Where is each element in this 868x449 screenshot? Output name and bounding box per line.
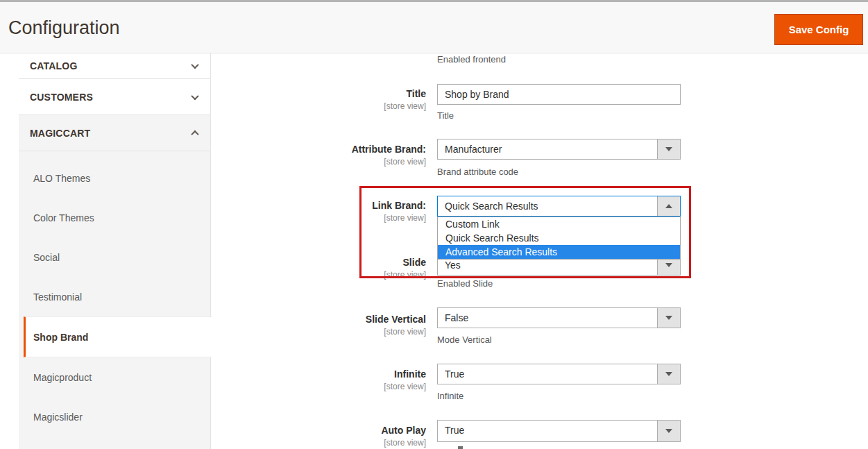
infinite-comment: Infinite	[437, 391, 463, 401]
field-label-text: Title	[298, 88, 426, 100]
field-scope-text: [store view]	[298, 213, 426, 223]
selected-option-text: Manufacturer	[445, 139, 655, 159]
dropdown-option-quick-search-results[interactable]: Quick Search Results	[438, 231, 680, 245]
selected-option-text: False	[445, 308, 655, 328]
dropdown-option-custom-link[interactable]: Custom Link	[438, 217, 680, 231]
selected-option-text: Quick Search Results	[445, 196, 655, 216]
title-comment: Title	[437, 110, 454, 121]
slide-comment: Enabled Slide	[437, 278, 493, 289]
field-scope-text: [store view]	[298, 157, 426, 167]
field-scope-text: [store view]	[298, 270, 426, 280]
caret-down-icon	[665, 372, 672, 376]
caret-down-icon	[665, 263, 672, 267]
link-brand-dropdown-list: Custom Link Quick Search Results Advance…	[437, 217, 681, 260]
sidebar-item-color-themes[interactable]: Color Themes	[19, 198, 210, 237]
field-label-text: Link Brand:	[298, 200, 426, 212]
link-brand-select[interactable]: Quick Search Results	[437, 196, 681, 217]
selected-option-text: True	[445, 421, 655, 441]
page-title: Configuration	[8, 17, 120, 39]
sidebar-item-alo-themes[interactable]: ALO Themes	[19, 158, 210, 198]
caret-down-icon	[665, 429, 672, 433]
field-scope-text: [store view]	[298, 327, 426, 337]
field-label-text: Attribute Brand:	[298, 144, 426, 155]
dropdown-option-advanced-search-results[interactable]: Advanced Search Results	[438, 245, 680, 259]
selected-option-text: True	[445, 364, 655, 384]
field-label-text: Auto Play	[298, 425, 426, 437]
slide-vertical-comment: Mode Vertical	[437, 334, 492, 345]
select-arrow-button[interactable]	[657, 421, 680, 441]
sidebar-item-shop-brand[interactable]: Shop Brand	[24, 316, 212, 357]
infinite-field-label: Infinite [store view]	[298, 368, 426, 391]
sidebar-item-magicslider[interactable]: Magicslider	[19, 397, 210, 437]
sidebar-item-testimonial[interactable]: Testimonial	[19, 277, 210, 316]
link-brand-field-label: Link Brand: [store view]	[298, 200, 426, 223]
page-header: Configuration Save Config	[0, 2, 868, 53]
enabled-frontend-comment: Enabled frontend	[437, 54, 506, 65]
field-scope-text: [store view]	[298, 438, 426, 448]
field-label-text: Slide	[298, 257, 426, 269]
config-navigation-sidebar: CATALOG CUSTOMERS MAGICCART ALO Themes C…	[19, 53, 211, 449]
sidebar-section-catalog[interactable]: CATALOG	[19, 53, 210, 79]
section-label: MAGICCART	[30, 128, 90, 139]
select-arrow-button[interactable]	[657, 308, 680, 328]
section-label: CATALOG	[30, 60, 78, 71]
save-config-button[interactable]: Save Config	[774, 14, 863, 45]
chevron-up-icon	[191, 130, 198, 137]
slide-field-label: Slide [store view]	[298, 257, 426, 280]
field-scope-text: [store view]	[298, 101, 426, 111]
select-arrow-button[interactable]	[657, 364, 680, 384]
section-label: CUSTOMERS	[30, 92, 93, 103]
magiccart-subsections: ALO Themes Color Themes Social Testimoni…	[19, 151, 210, 437]
select-arrow-button[interactable]	[657, 196, 680, 216]
chevron-down-icon	[191, 92, 198, 99]
sidebar-section-customers[interactable]: CUSTOMERS	[19, 79, 210, 115]
title-input[interactable]	[437, 84, 681, 105]
attribute-brand-field-label: Attribute Brand: [store view]	[298, 144, 426, 167]
cut-off-comment-fragment	[458, 446, 463, 449]
sidebar-item-social[interactable]: Social	[19, 237, 210, 277]
infinite-select[interactable]: True	[437, 364, 681, 384]
caret-up-icon	[665, 204, 672, 208]
attribute-brand-comment: Brand attribute code	[437, 167, 518, 177]
slide-vertical-field-label: Slide Vertical [store view]	[298, 314, 426, 337]
field-label-text: Infinite	[298, 368, 426, 380]
slide-vertical-select[interactable]: False	[437, 307, 681, 328]
chevron-down-icon	[191, 61, 198, 69]
field-scope-text: [store view]	[298, 382, 426, 391]
title-field-label: Title [store view]	[298, 88, 426, 111]
attribute-brand-select[interactable]: Manufacturer	[437, 139, 681, 160]
auto-play-select[interactable]: True	[437, 420, 681, 442]
select-arrow-button[interactable]	[657, 139, 680, 159]
field-label-text: Slide Vertical	[298, 314, 426, 325]
sidebar-item-magicproduct[interactable]: Magicproduct	[19, 357, 210, 397]
caret-down-icon	[665, 316, 672, 320]
auto-play-field-label: Auto Play [store view]	[298, 425, 426, 448]
sidebar-section-magiccart[interactable]: MAGICCART	[19, 115, 210, 151]
caret-down-icon	[665, 147, 672, 151]
